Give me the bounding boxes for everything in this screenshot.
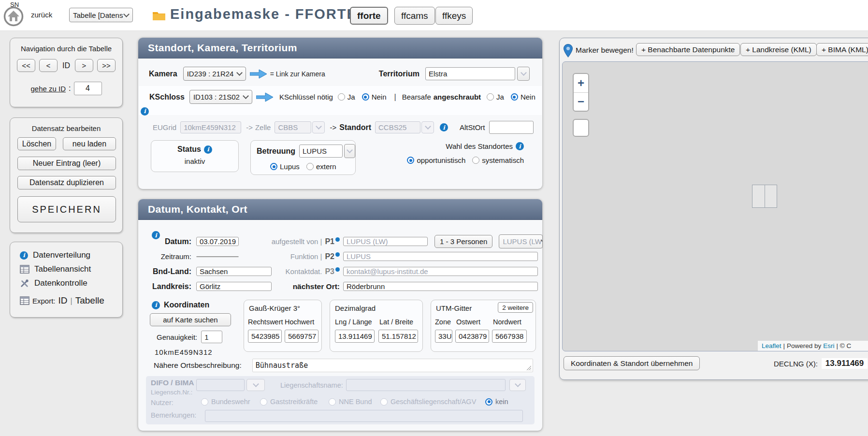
- nordwert-input[interactable]: 5667938: [492, 330, 527, 343]
- territorium-input[interactable]: Elstra: [425, 67, 515, 80]
- nutzer-geschaeftsliegenschaft-option: Geschäftsliegenschaft/AGV: [380, 398, 476, 406]
- esri-link[interactable]: Esri: [823, 342, 834, 349]
- info-icon[interactable]: i: [516, 142, 524, 150]
- ort-label: nächster Ort:: [293, 282, 340, 291]
- landkreise-kml-button[interactable]: + Landkreise (KML): [740, 43, 817, 56]
- next-record-button[interactable]: >: [75, 59, 93, 72]
- zone-input[interactable]: 33U: [435, 330, 452, 343]
- p1-input[interactable]: LUPUS (LW): [343, 237, 428, 246]
- app-button-ffcams[interactable]: ffcams: [394, 7, 435, 25]
- goto-id-input[interactable]: 4: [74, 82, 102, 95]
- info-icon[interactable]: i: [141, 107, 149, 116]
- export-table-link[interactable]: Tabelle: [75, 295, 104, 306]
- delete-button[interactable]: Löschen: [17, 137, 56, 150]
- nutzer-gaststreitkraefte-option: Gaststreitkräfte: [260, 398, 318, 406]
- table-select[interactable]: Tabelle [Datens: [69, 8, 133, 22]
- zeitraum-input[interactable]: [196, 256, 239, 257]
- p3-input[interactable]: kontakt@lupus-institut.de: [343, 267, 538, 276]
- info-icon[interactable]: [335, 237, 340, 242]
- betreuung-lupus-radio[interactable]: [270, 163, 277, 170]
- goto-id-link[interactable]: gehe zu ID: [31, 85, 66, 93]
- wahl-opportunistisch-radio[interactable]: [407, 157, 414, 164]
- more-coords-button[interactable]: 2 weitere: [498, 302, 533, 313]
- id-label: ID: [62, 61, 70, 70]
- hochwert-input[interactable]: 5669757: [285, 330, 318, 343]
- info-icon[interactable]: i: [440, 123, 448, 131]
- resize-handle-icon[interactable]: [526, 365, 532, 371]
- liegensch-nr-label: Liegensch.Nr.:: [151, 389, 192, 396]
- nutzer-kein-radio[interactable]: [485, 398, 492, 406]
- new-entry-button[interactable]: Neuer Eintrag (leer): [17, 157, 116, 170]
- lng-input[interactable]: 13.911469: [335, 330, 375, 343]
- info-icon[interactable]: [335, 267, 340, 272]
- kamera-select[interactable]: ID239 : 21R24: [183, 67, 246, 81]
- nutzer-kein-option[interactable]: kein: [485, 398, 508, 406]
- ostwert-input[interactable]: 0423879: [455, 330, 489, 343]
- map-canvas[interactable]: + − Leaflet | Powered by Esri | © C: [562, 61, 868, 351]
- map-layers-button[interactable]: [573, 119, 589, 137]
- bima-kml-button[interactable]: + BIMA (KML): [816, 43, 868, 56]
- leaflet-link[interactable]: Leaflet: [762, 342, 781, 349]
- eugrid-row: EUGrid 10kmE459N312 -> Zelle CBBS -> Sta…: [153, 121, 534, 134]
- app-button-ffkeys[interactable]: ffkeys: [435, 7, 473, 25]
- personen-button[interactable]: 1 - 3 Personen: [434, 235, 492, 248]
- data-distribution-link[interactable]: i Datenverteilung: [20, 250, 90, 260]
- bearsafe-ja-radio[interactable]: [487, 93, 494, 101]
- duplicate-button[interactable]: Datensatz duplizieren: [17, 176, 116, 189]
- back-link[interactable]: zurück: [31, 11, 52, 19]
- reload-button[interactable]: neu laden: [63, 137, 116, 150]
- app-button-fforte[interactable]: fforte: [350, 7, 388, 25]
- rechtswert-input[interactable]: 5423985: [248, 330, 282, 343]
- wahl-systematisch-radio[interactable]: [472, 157, 479, 164]
- datum-label: Datum:: [151, 237, 191, 246]
- ort-input[interactable]: Röderbrunn: [343, 282, 538, 291]
- landkreis-input[interactable]: Görlitz: [196, 282, 272, 291]
- chevron-down-icon: [521, 70, 527, 76]
- prev-record-button[interactable]: <: [39, 59, 58, 72]
- info-icon[interactable]: i: [152, 301, 160, 309]
- datum-input[interactable]: 03.07.2019: [196, 237, 239, 246]
- kamera-row: Kamera ID239 : 21R24 = Link zur Kamera T…: [149, 67, 530, 81]
- kschluessel-ja-radio[interactable]: [338, 93, 345, 101]
- ortsbeschreibung-textarea[interactable]: Bühnaustraße: [252, 359, 533, 372]
- bndland-input[interactable]: Sachsen: [196, 267, 272, 276]
- home-icon[interactable]: [3, 6, 24, 27]
- neighbors-button[interactable]: + Benachbarte Datenpunkte: [636, 43, 740, 56]
- info-icon[interactable]: i: [204, 145, 212, 154]
- info-icon[interactable]: [335, 252, 340, 257]
- lat-input[interactable]: 51.157812: [378, 330, 418, 343]
- territorium-dropdown-button[interactable]: [517, 67, 530, 81]
- camera-link-arrow-icon[interactable]: [250, 69, 267, 79]
- p1-select[interactable]: LUPUS (LW: [499, 234, 543, 248]
- nutzer-bundeswehr-radio: [201, 398, 208, 406]
- zoom-in-button[interactable]: +: [574, 74, 588, 93]
- p2-input[interactable]: LUPUS: [343, 252, 538, 261]
- map-search-button[interactable]: auf Karte suchen: [150, 313, 231, 326]
- export-id-link[interactable]: ID: [58, 295, 68, 306]
- apply-coordinates-button[interactable]: Koordinaten & Standort übernehmen: [564, 356, 700, 370]
- map-marker-placeholder[interactable]: [752, 185, 777, 208]
- camera-link-hint: = Link zur Kamera: [270, 70, 325, 78]
- map-attribution: Leaflet | Powered by Esri | © C: [758, 341, 868, 351]
- save-button[interactable]: SPEICHERN: [17, 196, 116, 222]
- nutzer-gaststreitkraefte-radio: [260, 398, 267, 406]
- zoom-out-button[interactable]: −: [574, 93, 588, 111]
- betreuung-input[interactable]: LUPUS: [299, 145, 343, 158]
- eugrid-input: 10kmE459N312: [180, 121, 241, 133]
- data-check-link[interactable]: Datenkontrolle: [20, 278, 87, 288]
- table-view-link[interactable]: Tabellenansicht: [20, 264, 91, 274]
- genauigkeit-input[interactable]: 1: [201, 331, 222, 343]
- kschluessel-nein-radio[interactable]: [362, 93, 369, 101]
- altstort-input[interactable]: [489, 121, 534, 134]
- bearsafe-nein-radio[interactable]: [511, 93, 518, 101]
- bemerkungen-input: [205, 410, 523, 422]
- wahl-label: Wahl des Standortes: [446, 142, 513, 150]
- goto-id-row: gehe zu ID : 4: [10, 82, 122, 95]
- kschloss-select[interactable]: ID103 : 21S02: [189, 90, 252, 104]
- marker-pin-icon: [564, 44, 573, 58]
- betreuung-extern-radio[interactable]: [306, 163, 314, 170]
- kschloss-link-arrow-icon[interactable]: [256, 92, 274, 102]
- betreuung-dropdown-button[interactable]: [344, 144, 355, 158]
- last-record-button[interactable]: >>: [97, 59, 116, 72]
- first-record-button[interactable]: <<: [17, 59, 35, 72]
